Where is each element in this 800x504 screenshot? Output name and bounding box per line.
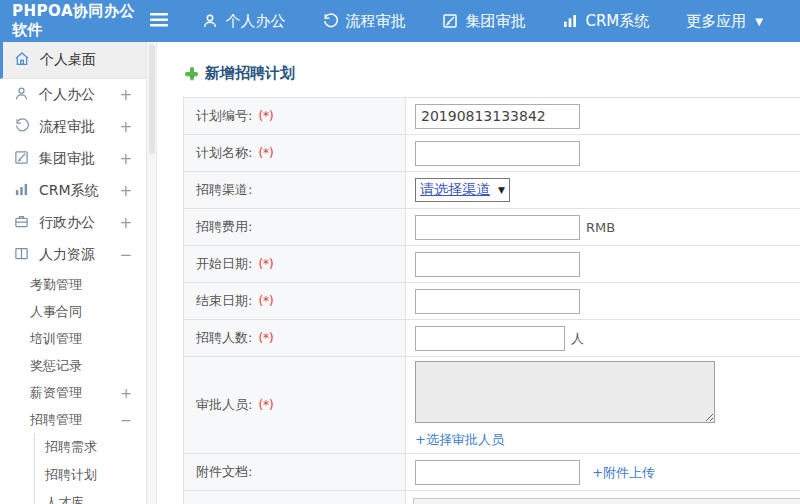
table-row: 附件文档: +附件上传	[184, 454, 800, 491]
approver-textarea[interactable]	[415, 361, 715, 423]
expand-plus-icon[interactable]: +	[119, 214, 132, 232]
table-row: 招聘渠道: 请选择渠道 ▼	[184, 172, 800, 209]
table-row: 结束日期:(*)	[184, 283, 800, 320]
table-row: 开始日期:(*)	[184, 246, 800, 283]
sidebar: 个人桌面 个人办公 + 流程审批 + 集团审批 +	[0, 42, 147, 504]
sidebar-item-desktop[interactable]: 个人桌面	[0, 42, 146, 79]
sidebar-item-hr[interactable]: 人力资源 −	[0, 239, 146, 271]
sidebar-item-crm[interactable]: CRM系统 +	[0, 175, 146, 207]
sidebar-item-recruit-mgmt[interactable]: 招聘管理 −	[0, 406, 146, 433]
table-row: HTML ↶ ↷ B I U A ABC X² X₂	[184, 491, 800, 504]
plan-name-input[interactable]	[415, 141, 580, 166]
expand-plus-icon[interactable]: +	[119, 150, 132, 168]
sidebar-item-salary[interactable]: 薪资管理 +	[0, 379, 146, 406]
table-row: 计划编号:(*)	[184, 98, 800, 135]
expand-plus-icon[interactable]: +	[120, 385, 132, 401]
table-row: 招聘人数:(*) 人	[184, 320, 800, 357]
person-icon	[14, 86, 29, 104]
top-bar: PHPOA协同办公软件 个人办公 流程审批 集团审批 CRM系统 更多应用 ▼	[0, 0, 800, 42]
sidebar-item-workflow-approval[interactable]: 流程审批 +	[0, 111, 146, 143]
sidebar-item-admin-office[interactable]: 行政办公 +	[0, 207, 146, 239]
required-marker: (*)	[258, 109, 273, 123]
end-date-input[interactable]	[415, 289, 580, 314]
sidebar-item-personal-office[interactable]: 个人办公 +	[0, 79, 146, 111]
required-marker: (*)	[258, 331, 273, 345]
field-label: 审批人员:	[196, 397, 252, 412]
menu-toggle-icon[interactable]	[150, 12, 168, 31]
cost-input[interactable]	[415, 215, 580, 240]
edit-icon	[14, 150, 29, 168]
table-row: 招聘费用: RMB	[184, 209, 800, 246]
sidebar-item-training[interactable]: 培训管理	[0, 325, 146, 352]
channel-select[interactable]: 请选择渠道 ▼	[415, 178, 510, 202]
bar-chart-icon	[562, 13, 578, 29]
scrollbar-thumb[interactable]	[149, 44, 155, 154]
collapse-minus-icon[interactable]: −	[119, 246, 132, 264]
expand-plus-icon[interactable]: +	[119, 86, 132, 104]
plan-number-input[interactable]	[415, 104, 580, 129]
field-label: 招聘人数:	[196, 330, 252, 345]
field-label: 计划名称:	[196, 145, 252, 160]
briefcase-icon	[14, 214, 29, 232]
book-icon	[14, 246, 29, 264]
recruit-plan-form: 计划编号:(*) 计划名称:(*) 招聘渠道:	[183, 97, 800, 504]
sidebar-item-rewards[interactable]: 奖惩记录	[0, 352, 146, 379]
required-marker: (*)	[258, 257, 273, 271]
plus-icon	[185, 67, 198, 80]
nav-crm-system[interactable]: CRM系统	[562, 12, 649, 31]
sidebar-item-recruit-plan[interactable]: 招聘计划	[35, 461, 146, 489]
attachment-input[interactable]	[415, 460, 580, 485]
unit-label: RMB	[586, 220, 615, 235]
start-date-input[interactable]	[415, 252, 580, 277]
sidebar-scrollbar[interactable]	[147, 42, 157, 504]
required-marker: (*)	[258, 146, 273, 160]
nav-workflow-approval[interactable]: 流程审批	[322, 12, 405, 31]
nav-group-approval[interactable]: 集团审批	[442, 12, 525, 31]
sidebar-item-talent-pool[interactable]: 人才库	[35, 489, 146, 504]
select-approver-link[interactable]: +选择审批人员	[415, 431, 800, 449]
field-label: 招聘费用:	[196, 219, 252, 234]
caret-down-icon: ▼	[498, 185, 505, 195]
home-icon	[14, 51, 30, 70]
editor-toolbar-row1: HTML ↶ ↷ B I U A ABC X² X₂	[414, 499, 800, 504]
caret-down-icon: ▼	[755, 16, 763, 27]
bar-chart-icon	[14, 182, 29, 200]
sidebar-item-group-approval[interactable]: 集团审批 +	[0, 143, 146, 175]
history-icon	[14, 118, 29, 136]
expand-plus-icon[interactable]: +	[119, 118, 132, 136]
collapse-minus-icon[interactable]: −	[120, 412, 132, 428]
field-label: 开始日期:	[196, 256, 252, 271]
recruit-submenu: 招聘需求 招聘计划 人才库	[34, 433, 146, 504]
table-row: 计划名称:(*)	[184, 135, 800, 172]
required-marker: (*)	[258, 294, 273, 308]
headcount-input[interactable]	[415, 326, 565, 351]
expand-plus-icon[interactable]: +	[119, 182, 132, 200]
main-content: 新增招聘计划 计划编号:(*) 计划名称:(*)	[157, 42, 800, 504]
page-title: 新增招聘计划	[185, 64, 800, 83]
nav-personal-office[interactable]: 个人办公	[202, 12, 285, 31]
unit-label: 人	[571, 331, 584, 346]
edit-icon	[442, 13, 458, 29]
person-icon	[202, 13, 218, 29]
required-marker: (*)	[258, 398, 273, 412]
sidebar-item-hr-contract[interactable]: 人事合同	[0, 298, 146, 325]
sidebar-item-recruit-demand[interactable]: 招聘需求	[35, 433, 146, 461]
history-icon	[322, 13, 338, 29]
nav-more-apps[interactable]: 更多应用 ▼	[686, 12, 763, 31]
table-row: 审批人员:(*) +选择审批人员	[184, 357, 800, 454]
field-label: 招聘渠道:	[196, 182, 252, 197]
field-label: 计划编号:	[196, 108, 252, 123]
hr-submenu: 考勤管理 人事合同 培训管理 奖惩记录 薪资管理 + 招聘管理 − 招聘需求	[0, 271, 146, 504]
field-label: 结束日期:	[196, 293, 252, 308]
rich-text-editor: HTML ↶ ↷ B I U A ABC X² X₂	[413, 498, 800, 504]
attachment-upload-link[interactable]: +附件上传	[592, 465, 655, 480]
app-logo: PHPOA协同办公软件	[0, 2, 150, 40]
field-label: 附件文档:	[196, 464, 252, 479]
sidebar-item-attendance[interactable]: 考勤管理	[0, 271, 146, 298]
